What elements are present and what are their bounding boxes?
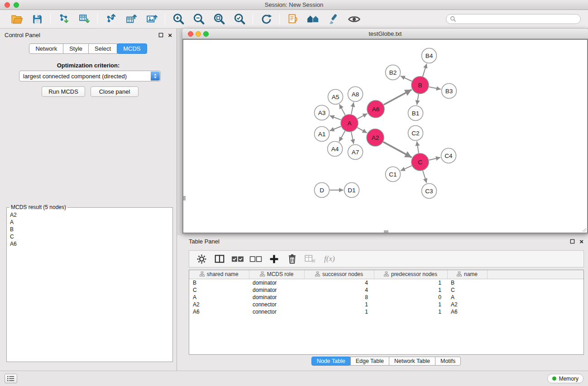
zoom-in-button[interactable] [171, 12, 186, 26]
show-details-button[interactable] [347, 12, 361, 26]
table-cell[interactable]: 4 [304, 286, 374, 294]
table-tab-edge-table[interactable]: Edge Table [350, 357, 389, 366]
table-cell[interactable]: 1 [374, 286, 447, 294]
delete-row-button[interactable] [285, 252, 299, 266]
table-cell[interactable]: 8 [304, 294, 374, 301]
graph-edge-C-C1[interactable] [401, 166, 412, 171]
graph-node-B2[interactable]: B2 [386, 65, 401, 80]
graph-edge-A-A2[interactable] [357, 128, 367, 133]
table-cell[interactable]: A2 [189, 301, 249, 308]
table-cell[interactable]: 1 [304, 301, 374, 308]
table-cell[interactable]: A [189, 294, 249, 301]
save-session-button[interactable] [30, 12, 44, 26]
table-cell[interactable]: 1 [304, 308, 374, 315]
unselect-all-button[interactable] [249, 252, 263, 266]
table-cell[interactable]: B [447, 279, 487, 286]
graph-node-A1[interactable]: A1 [315, 127, 330, 142]
graph-node-A3[interactable]: A3 [315, 105, 330, 120]
close-panel-button[interactable]: Close panel [91, 86, 139, 97]
close-table-panel-icon[interactable]: × [579, 239, 583, 244]
graph-node-D1[interactable]: D1 [344, 183, 359, 198]
graph-node-B4[interactable]: B4 [422, 48, 437, 63]
first-neighbors-button[interactable] [286, 12, 300, 26]
table-cell[interactable]: C [189, 286, 249, 294]
table-cell[interactable]: A6 [447, 308, 487, 315]
network-zoom-button[interactable] [203, 31, 209, 37]
network-canvas[interactable]: B4B2BB3A5A8A6B1A3AC2A1A2A4A7C4CC1C3DD1 [182, 39, 588, 234]
table-cell[interactable]: dominator [249, 294, 304, 301]
close-window-button[interactable] [5, 2, 10, 8]
table-cell[interactable]: B [189, 279, 249, 286]
search-input[interactable] [459, 16, 577, 22]
graph-node-C2[interactable]: C2 [408, 126, 423, 141]
add-row-button[interactable] [267, 252, 281, 266]
memory-button[interactable]: Memory [547, 374, 583, 383]
table-row-A[interactable]: Adominator80A [189, 294, 583, 301]
tab-mcds[interactable]: MCDS [117, 43, 147, 54]
show-columns-button[interactable] [213, 252, 226, 266]
graph-node-A6[interactable]: A6 [367, 100, 384, 118]
export-table-button[interactable] [124, 12, 139, 26]
network-close-button[interactable] [188, 31, 193, 37]
table-row-B[interactable]: Bdominator41B [189, 279, 583, 286]
export-image-button[interactable] [144, 12, 159, 26]
graph-node-C4[interactable]: C4 [441, 148, 456, 163]
graph-edge-B-B3[interactable] [429, 87, 441, 89]
table-cell[interactable]: A [447, 294, 487, 301]
graph-edge-C-C3[interactable] [423, 171, 427, 183]
network-window-titlebar[interactable]: testGlobe.txt [182, 29, 588, 39]
graph-edge-A-A6[interactable] [358, 114, 368, 119]
table-row-A2[interactable]: A2connector11A2 [189, 301, 583, 308]
houses-button[interactable] [306, 12, 320, 26]
graph-edge-A6-B[interactable] [384, 90, 412, 105]
delete-column-button[interactable] [303, 252, 317, 266]
graph-edge-A-A5[interactable] [339, 104, 345, 115]
zoom-window-button[interactable] [14, 2, 19, 8]
table-row-C[interactable]: Cdominator41C [189, 286, 583, 294]
run-mcds-button[interactable]: Run MCDS [42, 86, 85, 97]
table-cell[interactable]: dominator [249, 279, 304, 286]
table-cell[interactable]: A6 [189, 308, 249, 315]
table-cell[interactable]: connector [249, 301, 304, 308]
function-builder-button[interactable]: f(x) [321, 254, 335, 263]
zoom-selected-button[interactable] [232, 12, 247, 26]
table-settings-button[interactable] [195, 252, 208, 266]
tab-select[interactable]: Select [88, 43, 117, 54]
graph-node-D[interactable]: D [315, 183, 330, 198]
zoom-fit-button[interactable] [212, 12, 226, 26]
graph-node-A5[interactable]: A5 [328, 90, 343, 105]
graph-edge-C-C4[interactable] [429, 157, 440, 160]
search-box[interactable] [446, 14, 581, 24]
select-all-button[interactable] [231, 252, 244, 266]
graph-edge-A-A3[interactable] [330, 116, 341, 120]
graph-edge-A-A4[interactable] [339, 131, 345, 142]
table-cell[interactable]: 0 [374, 294, 447, 301]
graph-edge-B-B4[interactable] [423, 64, 427, 76]
graph-edge-A2-C[interactable] [383, 142, 412, 157]
graph-node-A2[interactable]: A2 [367, 129, 384, 146]
brush-button[interactable] [326, 12, 341, 26]
table-row-A6[interactable]: A6connector11A6 [189, 308, 583, 315]
export-network-button[interactable] [104, 12, 118, 26]
graph-node-C[interactable]: C [411, 153, 429, 171]
close-panel-icon[interactable]: × [168, 33, 172, 38]
column-header-predecessor-nodes[interactable]: predecessor nodes [374, 270, 447, 279]
table-cell[interactable]: connector [249, 308, 304, 315]
import-network-button[interactable] [57, 12, 71, 26]
table-cell[interactable]: C [447, 286, 487, 294]
column-header-MCDS-role[interactable]: MCDS role [249, 270, 304, 279]
tab-network[interactable]: Network [29, 43, 63, 54]
graph-node-A8[interactable]: A8 [348, 87, 363, 102]
graph-edge-C-C2[interactable] [417, 141, 419, 153]
table-cell[interactable]: 1 [374, 279, 447, 286]
table-tab-network-table[interactable]: Network Table [389, 357, 435, 366]
column-header-successor-nodes[interactable]: successor nodes [304, 270, 374, 279]
graph-edge-A-A7[interactable] [351, 132, 354, 144]
graph-node-A7[interactable]: A7 [348, 145, 363, 160]
table-tab-motifs[interactable]: Motifs [435, 357, 461, 366]
tab-style[interactable]: Style [63, 43, 89, 54]
open-session-button[interactable] [10, 12, 24, 26]
graph-node-A4[interactable]: A4 [328, 142, 343, 157]
graph-edge-B-B2[interactable] [401, 76, 412, 81]
table-cell[interactable]: 1 [374, 301, 447, 308]
